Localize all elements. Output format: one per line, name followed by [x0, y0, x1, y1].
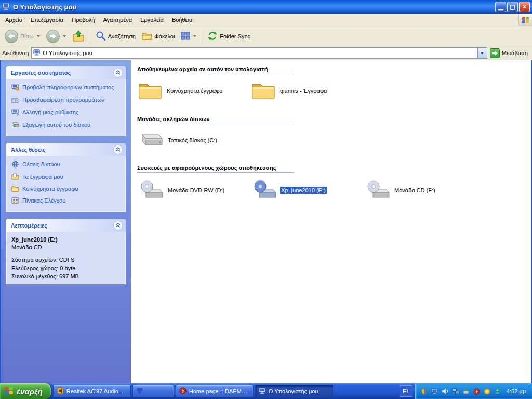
section-header-removable-storage: Συσκευές με αφαιρούμενους χώρους αποθήκε… [137, 163, 294, 173]
security-shield-icon[interactable] [420, 387, 429, 396]
folder-up-icon [72, 30, 85, 43]
menu-edit[interactable]: Επεξεργασία [26, 15, 68, 25]
link-network-places[interactable]: Θέσεις δικτύου [11, 161, 121, 169]
item-label: Μονάδα CD (F:) [393, 187, 436, 194]
forward-dropdown-icon [63, 35, 66, 37]
close-button[interactable]: × [519, 2, 530, 12]
desktop: Ο Υπολογιστής μου ▁ ▢ × Αρχείο Επεξεργασ… [0, 0, 532, 399]
network-icon[interactable] [451, 387, 460, 396]
back-label: Πίσω [20, 33, 34, 39]
volume-icon[interactable] [441, 387, 450, 396]
address-label: Διεύθυνση [2, 50, 29, 56]
menu-tools[interactable]: Εργαλεία [136, 15, 168, 25]
explorer-window: Ο Υπολογιστής μου ▁ ▢ × Αρχείο Επεξεργασ… [0, 0, 532, 383]
details-header[interactable]: Λεπτομέρειες [6, 219, 126, 232]
chevron-up-icon [115, 147, 121, 152]
system-tray: 4:52 μμ [415, 383, 532, 399]
hard-disk-icon [138, 131, 163, 150]
chevron-up-icon [115, 223, 121, 228]
back-button[interactable]: Πίσω [2, 28, 43, 45]
maximize-button[interactable]: ▢ [507, 2, 518, 12]
app-icon [136, 387, 143, 395]
daemon-tray-icon[interactable] [472, 387, 481, 396]
collapse-button[interactable] [113, 145, 123, 154]
menu-help[interactable]: Βοήθεια [168, 15, 196, 25]
link-shared-documents[interactable]: Κοινόχρηστα έγγραφα [11, 185, 121, 193]
task-label: Αλλαγή μιας ρύθμισης [22, 109, 78, 115]
audio-app-icon [57, 387, 64, 395]
window-title: Ο Υπολογιστής μου [13, 3, 76, 11]
add-remove-programs-icon [11, 96, 19, 104]
system-tasks-body: Προβολή πληροφοριών συστήματος Προσθαφαί… [6, 79, 126, 136]
drive-tile-dvd-rw-d[interactable]: Μονάδα DVD-RW (D:) [138, 180, 251, 201]
language-indicator[interactable]: EL [400, 385, 413, 397]
messenger-icon[interactable] [493, 387, 502, 396]
collapse-button[interactable] [113, 68, 123, 77]
eject-disk-icon [11, 121, 19, 129]
folder-sync-button[interactable]: Folder Sync [205, 29, 253, 44]
system-tasks-panel: Εργασίες συστήματος Προβολή πληροφοριών … [6, 66, 126, 136]
item-label: Τοπικός δίσκος (C:) [167, 137, 218, 144]
collapse-button[interactable] [113, 221, 123, 230]
views-button[interactable] [178, 30, 199, 43]
details-total-size: Συνολικό μέγεθος: 697 MB [11, 273, 121, 280]
task-button-realtek[interactable]: Realtek AC'97 Audio ... [53, 385, 131, 397]
window-body: Εργασίες συστήματος Προβολή πληροφοριών … [0, 60, 532, 383]
task-button-daemon-home[interactable]: Home page :: DAEMO... [176, 385, 254, 397]
menu-favorites[interactable]: Αγαπημένα [99, 15, 136, 25]
go-button[interactable]: Μετάβαση [490, 48, 530, 58]
display-settings-icon[interactable] [431, 387, 440, 396]
link-my-documents[interactable]: Τα έγγραφά μου [11, 173, 121, 181]
back-dropdown-icon [37, 35, 40, 37]
forward-button[interactable] [44, 28, 69, 45]
task-button-icon-only[interactable] [132, 385, 174, 397]
spacer [11, 252, 121, 257]
folder-tile-giannis-documents[interactable]: giannis - Έγγραφα [251, 81, 365, 101]
address-combo[interactable]: Ο Υπολογιστής μου [31, 47, 487, 59]
minimize-button[interactable]: ▁ [495, 2, 506, 12]
section-header-hard-disks: Μονάδες σκληρών δίσκων [137, 114, 294, 124]
titlebar[interactable]: Ο Υπολογιστής μου ▁ ▢ × [0, 0, 532, 14]
details-body: Xp_june2010 (E:) Μονάδα CD Σύστημα αρχεί… [6, 232, 126, 284]
folders-button[interactable]: Φάκελοι [139, 30, 177, 43]
link-label: Πίνακας Ελέγχου [22, 197, 65, 204]
link-label: Θέσεις δικτύου [22, 161, 60, 167]
link-label: Κοινόχρηστα έγγραφα [22, 185, 78, 192]
task-add-remove-programs[interactable]: Προσθαφαίρεση προγραμμάτων [11, 96, 121, 104]
views-grid-icon [181, 32, 190, 41]
task-view-system-info[interactable]: Προβολή πληροφοριών συστήματος [11, 84, 121, 92]
address-value: Ο Υπολογιστής μου [43, 50, 92, 56]
toolbar: Πίσω Αναζήτηση [0, 26, 532, 46]
address-dropdown-button[interactable] [477, 48, 487, 58]
task-label: Προβολή πληροφοριών συστήματος [22, 84, 114, 90]
folders-label: Φάκελοι [154, 33, 175, 39]
my-computer-icon [2, 2, 10, 11]
task-button-my-computer-active[interactable]: Ο Υπολογιστής μου [255, 385, 333, 397]
menu-file[interactable]: Αρχείο [1, 15, 26, 25]
menu-view[interactable]: Προβολή [68, 15, 99, 25]
system-tasks-title: Εργασίες συστήματος [11, 70, 71, 76]
up-button[interactable] [70, 29, 87, 44]
system-tasks-header[interactable]: Εργασίες συστήματος [6, 66, 126, 79]
details-free-space: Ελεύθερος χώρος: 0 byte [11, 265, 121, 271]
folder-tile-shared-documents[interactable]: Κοινόχρηστα έγγραφα [138, 81, 251, 101]
antivirus-icon[interactable] [483, 387, 491, 396]
task-eject-disk[interactable]: Εξαγωγή αυτού του δίσκου [11, 121, 121, 129]
task-label: Προσθαφαίρεση προγραμμάτων [22, 96, 104, 103]
other-places-header[interactable]: Άλλες θέσεις [6, 143, 126, 156]
item-label: Κοινόχρηστα έγγραφα [166, 87, 224, 95]
my-documents-icon [11, 173, 19, 181]
task-change-setting[interactable]: Αλλαγή μιας ρύθμισης [11, 109, 121, 117]
drive-tile-cd-e-selected[interactable]: Xp_june2010 (E:) [251, 180, 365, 201]
link-control-panel[interactable]: Πίνακας Ελέγχου [11, 197, 121, 205]
start-button[interactable]: έναρξη [0, 383, 51, 399]
chevron-up-icon [115, 70, 121, 75]
go-label: Μετάβαση [502, 50, 528, 56]
details-title: Λεπτομέρειες [11, 222, 47, 229]
section-removable-items: Μονάδα DVD-RW (D:) Xp_june2010 (E:) Μονά… [138, 180, 531, 204]
safely-remove-icon[interactable] [462, 387, 471, 396]
taskbar-tasks: Realtek AC'97 Audio ... Home page :: DAE… [51, 383, 398, 399]
drive-tile-cd-f[interactable]: Μονάδα CD (F:) [365, 180, 478, 201]
drive-tile-local-disk-c[interactable]: Τοπικός δίσκος (C:) [138, 131, 251, 150]
search-button[interactable]: Αναζήτηση [93, 29, 138, 44]
